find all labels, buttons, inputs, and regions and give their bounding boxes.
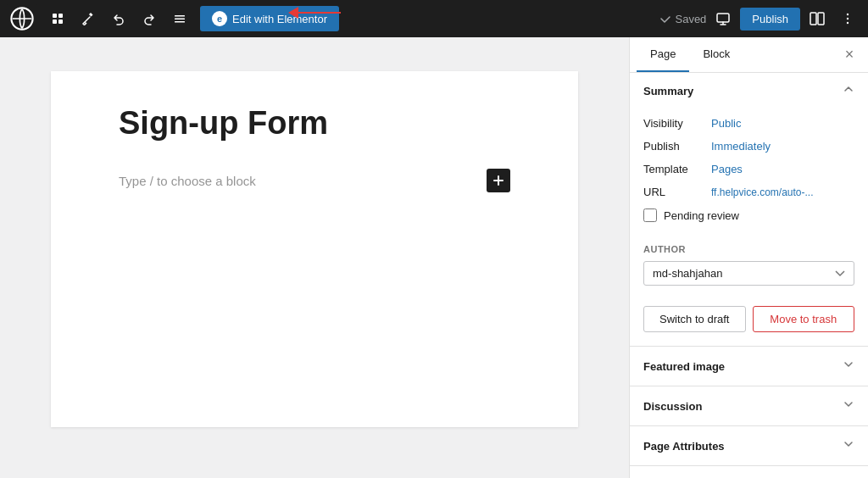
add-block-toolbar-button[interactable] <box>44 5 71 32</box>
discussion-header[interactable]: Discussion <box>630 386 868 425</box>
url-row: URL ff.helpvice.com/auto-... <box>643 181 854 203</box>
svg-rect-6 <box>175 19 185 20</box>
edit-with-elementor-button[interactable]: e Edit with Elementor <box>200 6 339 31</box>
publish-meta-value[interactable]: Immediately <box>711 140 771 153</box>
svg-rect-1 <box>53 14 57 18</box>
wp-logo-button[interactable] <box>7 3 37 34</box>
summary-content: Visibility Public Publish Immediately Te… <box>630 108 868 241</box>
featured-image-section: Featured image <box>630 347 868 386</box>
action-buttons: Switch to draft Move to trash <box>630 299 868 346</box>
svg-rect-3 <box>53 19 57 24</box>
placeholder-text: Type / to choose a block <box>119 174 256 188</box>
pending-review-label: Pending review <box>664 209 739 222</box>
summary-section: Summary Visibility Public Publish Immedi… <box>630 73 868 347</box>
author-label: AUTHOR <box>643 244 854 254</box>
svg-point-13 <box>847 22 849 24</box>
featured-image-toggle-icon <box>843 358 854 374</box>
page-attributes-header[interactable]: Page Attributes <box>630 426 868 465</box>
summary-section-header[interactable]: Summary <box>630 73 868 108</box>
list-view-button[interactable] <box>166 5 193 32</box>
more-options-button[interactable] <box>834 5 861 32</box>
url-value[interactable]: ff.helpvice.com/auto-... <box>711 186 814 198</box>
url-label: URL <box>643 186 711 198</box>
page-attributes-title: Page Attributes <box>643 440 725 453</box>
template-value[interactable]: Pages <box>711 163 743 175</box>
discussion-toggle-icon <box>843 398 854 414</box>
template-row: Template Pages <box>643 158 854 181</box>
summary-title: Summary <box>643 85 693 97</box>
svg-rect-5 <box>175 15 185 17</box>
visibility-row: Visibility Public <box>643 112 854 135</box>
visibility-label: Visibility <box>643 117 711 130</box>
close-sidebar-button[interactable]: × <box>837 43 861 67</box>
pending-review-checkbox[interactable] <box>643 208 657 222</box>
svg-rect-8 <box>717 14 729 22</box>
toolbar: e Edit with Elementor Saved Publish <box>0 0 868 37</box>
undo-button[interactable] <box>105 5 132 32</box>
switch-to-draft-button[interactable]: Switch to draft <box>643 306 746 332</box>
svg-point-12 <box>847 18 849 19</box>
featured-image-title: Featured image <box>643 360 725 373</box>
move-to-trash-button[interactable]: Move to trash <box>753 306 855 332</box>
sidebar-tabs: Page Block × <box>630 37 868 73</box>
discussion-section: Discussion <box>630 386 868 426</box>
preview-button[interactable] <box>709 5 737 32</box>
publish-row: Publish Immediately <box>643 135 854 158</box>
page-attributes-section: Page Attributes <box>630 426 868 466</box>
publish-meta-label: Publish <box>643 140 711 153</box>
editor-area: Sign-up Form Type / to choose a block <box>0 37 629 478</box>
discussion-title: Discussion <box>643 400 702 413</box>
svg-rect-7 <box>175 21 185 23</box>
tools-button[interactable] <box>75 5 102 32</box>
author-select[interactable]: md-shahjahan <box>643 261 854 286</box>
page-title[interactable]: Sign-up Form <box>119 105 510 142</box>
tab-page[interactable]: Page <box>637 37 689 72</box>
svg-rect-4 <box>58 19 63 24</box>
template-label: Template <box>643 163 711 175</box>
featured-image-header[interactable]: Featured image <box>630 347 868 386</box>
sidebar-panel: Page Block × Summary Visibility Public <box>629 37 868 478</box>
page-attributes-toggle-icon <box>843 438 854 453</box>
page-content: Sign-up Form Type / to choose a block <box>51 71 578 427</box>
visibility-value[interactable]: Public <box>711 117 741 130</box>
add-block-inline-button[interactable] <box>487 169 510 192</box>
svg-rect-9 <box>810 13 816 25</box>
main-layout: Sign-up Form Type / to choose a block Pa… <box>0 37 868 478</box>
redo-button[interactable] <box>136 5 163 32</box>
saved-indicator: Saved <box>659 13 706 25</box>
svg-point-11 <box>847 14 849 15</box>
tab-block[interactable]: Block <box>689 37 743 72</box>
summary-toggle-icon <box>843 83 854 98</box>
svg-rect-10 <box>818 13 824 25</box>
author-section: AUTHOR md-shahjahan <box>630 241 868 299</box>
pending-review-row: Pending review <box>643 203 854 227</box>
block-placeholder-area[interactable]: Type / to choose a block <box>119 162 510 199</box>
svg-rect-2 <box>58 14 63 18</box>
elementor-icon: e <box>212 11 227 26</box>
settings-panel-toggle[interactable] <box>804 5 831 32</box>
publish-button[interactable]: Publish <box>740 8 800 31</box>
